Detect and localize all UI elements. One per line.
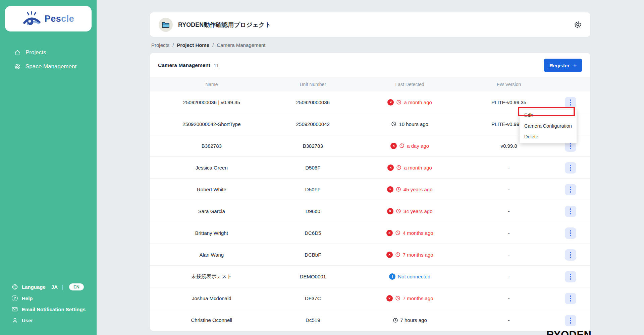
user-link[interactable]: User [11,317,86,324]
language-option-en[interactable]: EN [69,283,84,290]
sidebar-item-label: Space Management [25,63,76,70]
email-notification-settings-label: Email Notification Settings [22,307,86,312]
error-icon: × [386,230,393,236]
row-actions-menu-button[interactable] [565,227,576,239]
fw-version: - [467,295,550,301]
help-label: Help [22,295,33,301]
camera-name: Brittany Wright [150,230,273,236]
panel-title: Camera Management [158,62,210,68]
row-actions-menu-button[interactable] [565,249,576,261]
row-actions-menu-button[interactable] [565,184,576,195]
panel-header: Camera Management 11 Register + [150,53,590,77]
help-link[interactable]: ? Help [11,295,86,301]
main-content: RYODEN動作確認用プロジェクト Projects / Project Hom… [97,0,644,335]
folder-icon [162,21,170,28]
sidebar: Pescle Projects Space Management [0,0,97,335]
error-icon: × [386,252,393,258]
project-settings-gear-icon[interactable] [574,21,582,28]
camera-name: Alan Wang [150,252,273,258]
clock-icon [395,230,400,236]
row-actions-menu-button[interactable] [565,315,576,326]
breadcrumb-project-home[interactable]: Project Home [177,42,209,48]
table-row: Christine OconnellDc5197 hours ago- [150,309,590,331]
last-detected: ×a month ago [353,164,467,171]
help-icon: ? [11,295,18,301]
clock-icon [396,165,401,170]
row-actions-menu-button[interactable] [565,206,576,217]
register-button[interactable]: Register + [544,59,582,72]
fw-version: - [467,165,550,171]
language-separator: | [62,284,63,290]
sidebar-footer: Language JA | EN ? Help Email Notificati… [11,279,86,328]
last-detected: 7 hours ago [353,317,467,323]
table-row: Brittany WrightDC6D5×4 months ago- [150,222,590,244]
camera-name: Jessica Green [150,165,273,171]
fw-version: - [467,187,550,192]
pescle-logo[interactable]: Pescle [5,6,92,31]
language-setting[interactable]: Language JA | EN [11,283,86,290]
clock-icon [391,121,396,127]
camera-management-panel: Camera Management 11 Register + Name Uni… [150,53,590,331]
error-icon: × [387,208,393,214]
unit-number: DEMO0001 [273,274,353,279]
globe-icon [11,284,18,290]
table-row: Joshua McdonaldDF37C×7 months ago- [150,287,590,309]
user-label: User [22,318,33,323]
info-icon: i [389,273,395,280]
table-row: Robert WhiteD50FF×45 years ago- [150,179,590,200]
pescle-logo-text: Pescle [45,14,74,24]
table-row: Jessica GreenD506F×a month ago- [150,157,590,179]
fw-version: - [467,208,550,214]
project-header-card: RYODEN動作確認用プロジェクト [150,12,590,37]
clock-icon [393,318,398,323]
row-actions-menu-button[interactable] [565,97,576,108]
breadcrumb-camera-management: Camera Management [217,42,265,48]
register-label: Register [549,63,570,68]
user-icon [11,317,18,324]
row-context-menu: Edit Camera Configuration Delete [520,110,577,143]
context-menu-camera-configuration[interactable]: Camera Configuration [520,121,577,131]
camera-count: 11 [214,63,219,68]
camera-name: Robert White [150,187,273,192]
unit-number: D506F [273,165,353,171]
camera-name: 未接続表示テスト [150,273,273,280]
last-detected: ×7 months ago [353,252,467,258]
breadcrumb-separator: / [212,42,214,48]
unit-number: D50FF [273,187,353,192]
sidebar-item-projects[interactable]: Projects [0,46,97,60]
error-icon: × [387,186,393,193]
row-actions-menu-button[interactable] [565,271,576,282]
unit-number: DC6D5 [273,230,353,236]
row-actions-menu-button[interactable] [565,293,576,304]
context-menu-edit[interactable]: Edit [520,110,577,121]
clock-icon [396,208,401,214]
error-icon: × [387,99,394,106]
unit-number: D96d0 [273,208,353,214]
context-menu-delete[interactable]: Delete [520,131,577,142]
last-detected: ×45 years ago [353,186,467,193]
camera-name: 250920000042-ShortType [150,121,273,127]
last-detected: ×a day ago [353,143,467,149]
language-label: Language [22,284,46,290]
fw-version: - [467,230,550,236]
breadcrumb-projects[interactable]: Projects [151,42,169,48]
camera-name: 250920000036 | v0.99.35 [150,99,273,105]
fw-version: - [467,274,550,279]
table-row: 未接続表示テストDEMO0001iNot connected- [150,266,590,287]
project-title: RYODEN動作確認用プロジェクト [178,21,271,29]
pescle-eye-icon [22,11,41,26]
last-detected: iNot connected [353,273,467,280]
column-header-last-detected: Last Detected [353,82,467,87]
unit-number: DCBbF [273,252,353,258]
camera-name: Sara Garcia [150,208,273,214]
unit-number: DF37C [273,295,353,301]
sidebar-item-label: Projects [25,49,46,56]
email-notification-settings-link[interactable]: Email Notification Settings [11,306,86,313]
sidebar-nav: Projects Space Management [0,46,97,74]
unit-number: 250920000036 [273,99,353,105]
row-actions-menu-button[interactable] [565,162,576,174]
last-detected: ×34 years ago [353,208,467,214]
camera-name: B382783 [150,143,273,149]
language-option-ja[interactable]: JA [51,284,58,290]
sidebar-item-space-management[interactable]: Space Management [0,60,97,74]
